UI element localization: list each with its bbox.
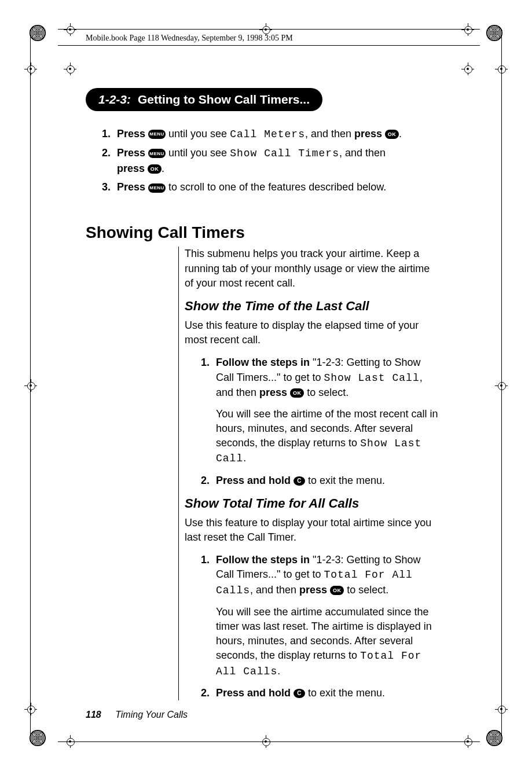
crop-ornament-icon <box>481 725 508 751</box>
step-number: 3. <box>102 179 117 194</box>
c-button-icon: C <box>293 476 305 486</box>
crop-mark-icon <box>24 379 37 392</box>
display-text: Show Last Call <box>324 372 419 384</box>
pill-number: 1-2-3: <box>98 93 131 106</box>
crop-ornament-icon <box>24 725 51 751</box>
step-text: Press MENU until you see Call Meters, an… <box>117 126 441 142</box>
menu-button-icon: MENU <box>148 130 166 139</box>
ok-button-icon: OK <box>290 388 304 398</box>
step-number: 1. <box>201 553 216 598</box>
crop-mark-icon <box>24 703 37 715</box>
sub2-steps: 1. Follow the steps in "1-2-3: Getting t… <box>201 553 439 700</box>
content-area: 1-2-3: Getting to Show Call Timers... 1.… <box>86 88 445 707</box>
ok-button-icon: OK <box>330 586 344 595</box>
step-text: Press and hold C to exit the menu. <box>216 686 439 700</box>
ok-button-icon: OK <box>385 130 399 139</box>
crop-mark-icon <box>461 23 474 36</box>
steps-heading-pill: 1-2-3: Getting to Show Call Timers... <box>86 88 322 111</box>
section-heading: Showing Call Timers <box>86 223 445 242</box>
page-footer: 118 Timing Your Calls <box>86 710 188 720</box>
step-text: Follow the steps in "1-2-3: Getting to S… <box>216 355 439 400</box>
step-text: Press MENU until you see Show Call Timer… <box>117 145 441 176</box>
step-text: Follow the steps in "1-2-3: Getting to S… <box>216 553 439 598</box>
step-number: 2. <box>201 473 216 488</box>
crop-mark-icon <box>461 63 474 75</box>
step-number: 2. <box>102 145 117 176</box>
intro-paragraph: This submenu helps you track your airtim… <box>185 247 439 291</box>
sub1-step-1: 1. Follow the steps in "1-2-3: Getting t… <box>201 355 439 400</box>
subsection-heading: Show the Time of the Last Call <box>185 299 439 314</box>
subsection-lead: Use this feature to display your total a… <box>185 516 439 545</box>
step-text: Press and hold C to exit the menu. <box>216 473 439 488</box>
body-column: This submenu helps you track your airtim… <box>178 247 439 700</box>
page-footer-title: Timing Your Calls <box>115 710 188 719</box>
sub2-step-1: 1. Follow the steps in "1-2-3: Getting t… <box>201 553 439 598</box>
page-number: 118 <box>86 710 101 719</box>
frame-line <box>58 741 480 742</box>
pill-title: Getting to Show Call Timers... <box>138 93 310 106</box>
sub1-step-2: 2. Press and hold C to exit the menu. <box>201 473 439 488</box>
step-text: Press MENU to scroll to one of the featu… <box>117 179 441 194</box>
c-button-icon: C <box>293 689 305 698</box>
crop-ornament-icon <box>24 20 51 46</box>
page-meta-header: Mobile.book Page 118 Wednesday, Septembe… <box>86 34 293 43</box>
frame-line <box>30 29 31 742</box>
crop-mark-icon <box>64 63 76 75</box>
frame-line <box>501 29 502 742</box>
main-step-3: 3. Press MENU to scroll to one of the fe… <box>102 179 441 194</box>
page: Mobile.book Page 118 Wednesday, Septembe… <box>0 0 532 771</box>
sub1-steps: 1. Follow the steps in "1-2-3: Getting t… <box>201 355 439 488</box>
main-step-1: 1. Press MENU until you see Call Meters,… <box>102 126 441 142</box>
subsection-lead: Use this feature to display the elapsed … <box>185 318 439 347</box>
step-number: 1. <box>102 126 117 142</box>
frame-line <box>58 29 480 30</box>
crop-mark-icon <box>64 23 76 36</box>
main-step-2: 2. Press MENU until you see Show Call Ti… <box>102 145 441 176</box>
sub1-note: You will see the airtime of the most rec… <box>216 407 439 467</box>
sub2-step-2: 2. Press and hold C to exit the menu. <box>201 686 439 700</box>
menu-button-icon: MENU <box>148 149 166 158</box>
sub2-note: You will see the airtime accumulated sin… <box>216 605 439 679</box>
crop-ornament-icon <box>481 20 508 46</box>
display-text: Call Meters <box>230 128 305 140</box>
main-steps-list: 1. Press MENU until you see Call Meters,… <box>86 118 445 206</box>
step-number: 2. <box>201 686 216 700</box>
step-number: 1. <box>201 355 216 400</box>
crop-mark-icon <box>24 63 37 75</box>
ok-button-icon: OK <box>148 164 162 174</box>
header-rule <box>58 45 480 46</box>
subsection-heading: Show Total Time for All Calls <box>185 496 439 511</box>
menu-button-icon: MENU <box>148 183 166 193</box>
display-text: Show Call Timers <box>230 148 339 159</box>
